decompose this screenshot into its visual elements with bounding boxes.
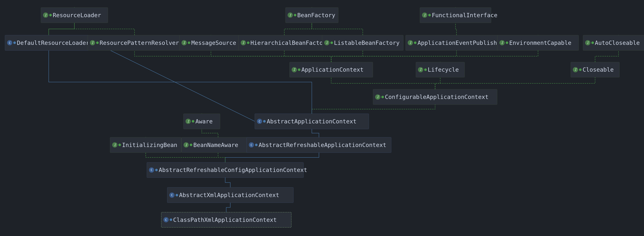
type-dot (506, 41, 508, 44)
node-label: AutoCloseable (595, 39, 640, 46)
node-abstractapplicationcontext[interactable]: CAbstractApplicationContext (255, 114, 369, 129)
node-label: Aware (195, 118, 212, 125)
type-dot (579, 68, 582, 71)
interface-icon: I (422, 12, 427, 18)
node-configurableapplicationcontext[interactable]: IConfigurableApplicationContext (373, 89, 497, 105)
node-initializingbean[interactable]: IInitializingBean (110, 137, 181, 153)
type-dot (428, 14, 431, 16)
node-resourceloader[interactable]: IResourceLoader (41, 7, 108, 23)
interface-icon: I (43, 12, 48, 18)
interface-icon: I (292, 67, 297, 72)
class-icon: C (149, 167, 154, 173)
node-label: EnvironmentCapable (509, 39, 571, 46)
node-label: AbstractRefreshableApplicationContext (258, 142, 386, 148)
node-environmentcapable[interactable]: IEnvironmentCapable (497, 35, 579, 50)
node-closeable[interactable]: ICloseable (571, 62, 620, 77)
node-label: BeanNameAware (193, 142, 238, 148)
interface-icon: I (112, 142, 118, 148)
node-abstractrefreshableapplicationcontext[interactable]: CAbstractRefreshableApplicationContext (246, 137, 391, 153)
node-label: HierarchicalBeanFactory (250, 39, 330, 46)
node-beannameaware[interactable]: IBeanNameAware (181, 137, 255, 153)
interface-icon: I (500, 40, 505, 45)
type-dot (330, 41, 333, 44)
node-label: MessageSource (191, 39, 236, 46)
node-messagesource[interactable]: IMessageSource (179, 35, 242, 50)
type-dot (155, 169, 158, 171)
interface-icon: I (408, 40, 413, 45)
node-label: ListableBeanFactory (334, 39, 400, 46)
interface-icon: I (585, 40, 590, 45)
node-label: AbstractXmlApplicationContext (179, 192, 279, 198)
type-dot (298, 68, 300, 71)
class-icon: C (257, 119, 262, 124)
interface-icon: I (241, 40, 246, 45)
type-dot (188, 41, 190, 44)
node-beanfactory[interactable]: IBeanFactory (286, 7, 338, 23)
interface-icon: I (324, 40, 330, 45)
type-dot (255, 144, 258, 146)
node-label: InitializingBean (122, 142, 177, 148)
node-resourcepatternresolver[interactable]: IResourcePatternResolver (88, 35, 182, 50)
type-dot (118, 144, 121, 146)
type-dot (263, 120, 266, 123)
interface-icon: I (90, 40, 95, 45)
interface-icon: I (182, 40, 187, 45)
type-dot (247, 41, 250, 44)
interface-icon: I (288, 12, 293, 18)
class-icon: C (249, 142, 254, 148)
node-defaultresourceloader[interactable]: CDefaultResourceLoader (5, 35, 92, 50)
interface-icon: I (375, 94, 380, 100)
type-dot (176, 194, 178, 196)
node-label: AbstractRefreshableConfigApplicationCont… (159, 167, 307, 173)
node-aware[interactable]: IAware (183, 114, 220, 129)
node-lifecycle[interactable]: ILifecycle (416, 62, 465, 77)
interface-icon: I (184, 142, 189, 148)
type-dot (13, 41, 16, 44)
node-abstractrefreshableconfigapplicationcontext[interactable]: CAbstractRefreshableConfigApplicationCon… (147, 162, 304, 178)
diagram-container: IResourceLoaderIBeanFactoryIFunctionalIn… (0, 0, 644, 236)
type-dot (49, 14, 52, 16)
node-applicationeventpublisher[interactable]: IApplicationEventPublisher (406, 35, 507, 50)
node-label: ApplicationContext (302, 66, 364, 73)
class-icon: C (7, 40, 12, 45)
node-label: AbstractApplicationContext (267, 118, 356, 125)
node-hierarchicalbeanfactory[interactable]: IHierarchicalBeanFactory (238, 35, 330, 50)
type-dot (192, 120, 194, 123)
node-classpathxmlapplicationcontext[interactable]: CClassPathXmlApplicationContext (161, 212, 292, 228)
node-label: DefaultResourceLoader (17, 39, 90, 46)
type-dot (424, 68, 427, 71)
node-autocloseable[interactable]: IAutoCloseable (583, 35, 644, 50)
node-label: Lifecycle (428, 66, 459, 73)
type-dot (170, 219, 172, 221)
class-icon: C (164, 217, 169, 222)
node-label: Closeable (582, 66, 614, 73)
node-abstractxmlapplicationcontext[interactable]: CAbstractXmlApplicationContext (167, 187, 294, 203)
type-dot (414, 41, 416, 44)
node-label: ResourceLoader (53, 12, 101, 18)
interface-icon: I (573, 67, 578, 72)
type-dot (190, 144, 192, 146)
type-dot (294, 14, 296, 16)
node-functionalinterface[interactable]: IFunctionalInterface (420, 7, 491, 23)
type-dot (591, 41, 594, 44)
node-listablebeanfactory[interactable]: IListableBeanFactory (322, 35, 404, 50)
type-dot (96, 41, 99, 44)
node-applicationcontext[interactable]: IApplicationContext (290, 62, 373, 77)
node-label: ClassPathXmlApplicationContext (173, 217, 277, 223)
node-label: BeanFactory (297, 12, 335, 18)
interface-icon: I (418, 67, 423, 72)
node-label: FunctionalInterface (432, 12, 498, 18)
node-label: ApplicationEventPublisher (418, 39, 504, 46)
type-dot (381, 96, 384, 98)
node-label: ConfigurableApplicationContext (385, 94, 488, 100)
node-label: ResourcePatternResolver (100, 39, 179, 46)
class-icon: C (169, 193, 174, 198)
interface-icon: I (186, 119, 191, 124)
